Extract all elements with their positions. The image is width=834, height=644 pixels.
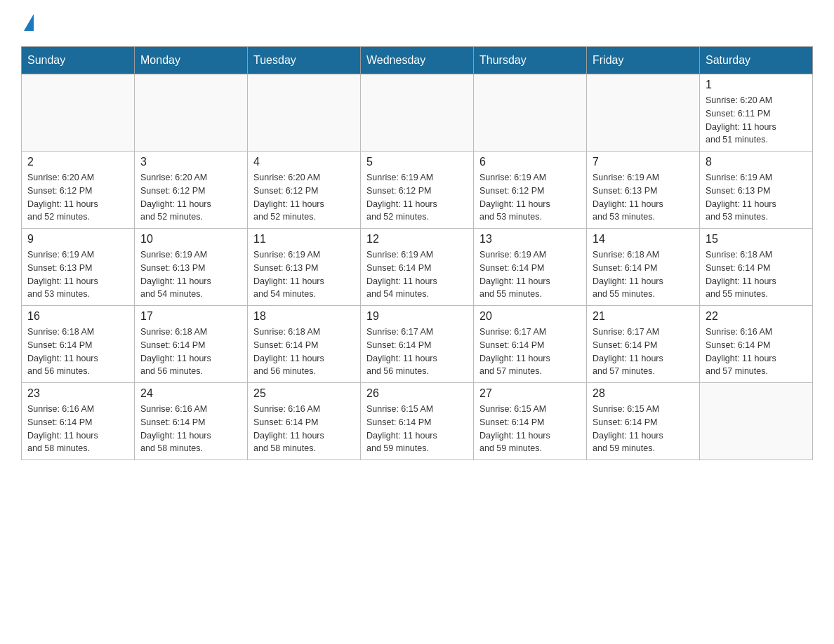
calendar-cell: 3Sunrise: 6:20 AMSunset: 6:12 PMDaylight… [135,152,248,229]
day-number: 27 [479,387,581,400]
weekday-header-tuesday: Tuesday [248,47,361,74]
calendar-cell: 5Sunrise: 6:19 AMSunset: 6:12 PMDaylight… [361,152,474,229]
day-info: Sunrise: 6:18 AMSunset: 6:14 PMDaylight:… [140,326,241,378]
calendar-cell: 21Sunrise: 6:17 AMSunset: 6:14 PMDayligh… [587,306,700,383]
calendar-cell: 8Sunrise: 6:19 AMSunset: 6:13 PMDaylight… [700,152,813,229]
day-info: Sunrise: 6:17 AMSunset: 6:14 PMDaylight:… [366,326,468,378]
day-number: 3 [140,156,241,168]
day-info: Sunrise: 6:19 AMSunset: 6:14 PMDaylight:… [366,248,468,301]
day-info: Sunrise: 6:16 AMSunset: 6:14 PMDaylight:… [27,403,128,455]
day-number: 1 [706,79,807,91]
day-info: Sunrise: 6:20 AMSunset: 6:12 PMDaylight:… [253,171,355,224]
calendar-cell: 4Sunrise: 6:20 AMSunset: 6:12 PMDaylight… [248,152,361,229]
weekday-header-saturday: Saturday [700,47,813,74]
calendar-cell: 18Sunrise: 6:18 AMSunset: 6:14 PMDayligh… [248,306,361,383]
weekday-header-wednesday: Wednesday [361,47,474,74]
calendar-cell: 6Sunrise: 6:19 AMSunset: 6:12 PMDaylight… [474,152,587,229]
day-number: 23 [27,387,128,400]
logo [21,14,34,32]
logo-triangle-icon [24,14,34,31]
calendar-cell: 2Sunrise: 6:20 AMSunset: 6:12 PMDaylight… [22,152,135,229]
calendar-cell: 10Sunrise: 6:19 AMSunset: 6:13 PMDayligh… [135,229,248,306]
week-row-4: 16Sunrise: 6:18 AMSunset: 6:14 PMDayligh… [22,306,813,383]
day-info: Sunrise: 6:19 AMSunset: 6:13 PMDaylight:… [593,171,694,224]
calendar-cell: 16Sunrise: 6:18 AMSunset: 6:14 PMDayligh… [22,306,135,383]
day-number: 11 [253,233,355,246]
day-number: 20 [479,310,581,323]
day-number: 21 [593,310,694,323]
day-info: Sunrise: 6:19 AMSunset: 6:14 PMDaylight:… [479,248,581,301]
day-info: Sunrise: 6:16 AMSunset: 6:14 PMDaylight:… [253,403,355,455]
day-number: 22 [706,310,807,323]
calendar-cell [361,74,474,152]
day-info: Sunrise: 6:17 AMSunset: 6:14 PMDaylight:… [479,326,581,378]
day-number: 8 [706,156,807,168]
day-number: 4 [253,156,355,168]
calendar-cell: 12Sunrise: 6:19 AMSunset: 6:14 PMDayligh… [361,229,474,306]
calendar-cell [135,74,248,152]
week-row-2: 2Sunrise: 6:20 AMSunset: 6:12 PMDaylight… [22,152,813,229]
calendar-cell: 23Sunrise: 6:16 AMSunset: 6:14 PMDayligh… [22,383,135,460]
day-number: 12 [366,233,468,246]
calendar-cell: 20Sunrise: 6:17 AMSunset: 6:14 PMDayligh… [474,306,587,383]
day-number: 15 [706,233,807,246]
weekday-header-sunday: Sunday [22,47,135,74]
day-number: 25 [253,387,355,400]
day-info: Sunrise: 6:18 AMSunset: 6:14 PMDaylight:… [706,248,807,301]
day-info: Sunrise: 6:15 AMSunset: 6:14 PMDaylight:… [593,403,694,455]
day-number: 2 [27,156,128,168]
day-number: 7 [593,156,694,168]
calendar-cell [587,74,700,152]
day-info: Sunrise: 6:18 AMSunset: 6:14 PMDaylight:… [593,248,694,301]
day-number: 10 [140,233,241,246]
day-info: Sunrise: 6:16 AMSunset: 6:14 PMDaylight:… [140,403,241,455]
day-number: 6 [479,156,581,168]
day-info: Sunrise: 6:19 AMSunset: 6:13 PMDaylight:… [140,248,241,301]
day-number: 17 [140,310,241,323]
day-number: 5 [366,156,468,168]
day-number: 26 [366,387,468,400]
calendar-cell: 11Sunrise: 6:19 AMSunset: 6:13 PMDayligh… [248,229,361,306]
day-info: Sunrise: 6:20 AMSunset: 6:11 PMDaylight:… [706,94,807,147]
day-number: 24 [140,387,241,400]
calendar-cell [474,74,587,152]
day-info: Sunrise: 6:15 AMSunset: 6:14 PMDaylight:… [366,403,468,455]
week-row-1: 1Sunrise: 6:20 AMSunset: 6:11 PMDaylight… [22,74,813,152]
logo-top [21,14,34,32]
day-info: Sunrise: 6:20 AMSunset: 6:12 PMDaylight:… [140,171,241,224]
calendar-cell: 22Sunrise: 6:16 AMSunset: 6:14 PMDayligh… [700,306,813,383]
day-number: 9 [27,233,128,246]
page-header [21,14,813,32]
calendar-table: SundayMondayTuesdayWednesdayThursdayFrid… [21,46,813,460]
calendar-cell: 27Sunrise: 6:15 AMSunset: 6:14 PMDayligh… [474,383,587,460]
day-info: Sunrise: 6:18 AMSunset: 6:14 PMDaylight:… [27,326,128,378]
calendar-header-row: SundayMondayTuesdayWednesdayThursdayFrid… [22,47,813,74]
day-number: 18 [253,310,355,323]
day-info: Sunrise: 6:15 AMSunset: 6:14 PMDaylight:… [479,403,581,455]
calendar-cell [22,74,135,152]
calendar-cell [248,74,361,152]
day-info: Sunrise: 6:18 AMSunset: 6:14 PMDaylight:… [253,326,355,378]
day-number: 14 [593,233,694,246]
calendar-cell: 9Sunrise: 6:19 AMSunset: 6:13 PMDaylight… [22,229,135,306]
calendar-cell: 17Sunrise: 6:18 AMSunset: 6:14 PMDayligh… [135,306,248,383]
calendar-cell: 28Sunrise: 6:15 AMSunset: 6:14 PMDayligh… [587,383,700,460]
day-info: Sunrise: 6:19 AMSunset: 6:12 PMDaylight:… [479,171,581,224]
day-number: 13 [479,233,581,246]
calendar-cell: 13Sunrise: 6:19 AMSunset: 6:14 PMDayligh… [474,229,587,306]
calendar-cell: 7Sunrise: 6:19 AMSunset: 6:13 PMDaylight… [587,152,700,229]
calendar-cell: 14Sunrise: 6:18 AMSunset: 6:14 PMDayligh… [587,229,700,306]
week-row-3: 9Sunrise: 6:19 AMSunset: 6:13 PMDaylight… [22,229,813,306]
day-number: 19 [366,310,468,323]
day-info: Sunrise: 6:19 AMSunset: 6:12 PMDaylight:… [366,171,468,224]
calendar-cell: 25Sunrise: 6:16 AMSunset: 6:14 PMDayligh… [248,383,361,460]
calendar-cell: 19Sunrise: 6:17 AMSunset: 6:14 PMDayligh… [361,306,474,383]
day-number: 16 [27,310,128,323]
calendar-cell: 15Sunrise: 6:18 AMSunset: 6:14 PMDayligh… [700,229,813,306]
day-info: Sunrise: 6:19 AMSunset: 6:13 PMDaylight:… [253,248,355,301]
week-row-5: 23Sunrise: 6:16 AMSunset: 6:14 PMDayligh… [22,383,813,460]
weekday-header-thursday: Thursday [474,47,587,74]
day-info: Sunrise: 6:17 AMSunset: 6:14 PMDaylight:… [593,326,694,378]
calendar-cell [700,383,813,460]
day-number: 28 [593,387,694,400]
